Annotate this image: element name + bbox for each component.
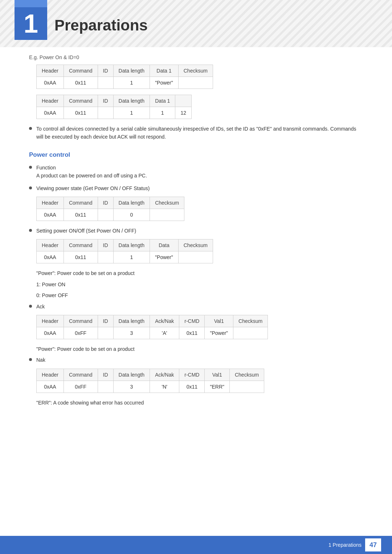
cell-checksum (150, 209, 184, 221)
col-header-id: ID (98, 197, 113, 209)
nak-bullet: Nak (29, 356, 363, 364)
bullet-dot-icon (29, 229, 32, 232)
col-header-datalength: Data length (113, 315, 150, 327)
setting-table: Header Command ID Data length Data Check… (36, 239, 213, 263)
cell-datalength: 3 (113, 327, 150, 339)
example-table2-wrapper: Header Command ID Data length Data 1 0xA… (36, 95, 363, 119)
cell-val1: "Power" (205, 327, 233, 339)
example-table2: Header Command ID Data length Data 1 0xA… (36, 95, 192, 119)
col-header-header: Header (37, 369, 64, 381)
col-header-val1: Val1 (205, 315, 233, 327)
cell-rcmd: 0x11 (179, 327, 205, 339)
function-label: Function A product can be powered on and… (36, 164, 363, 180)
col-header-acknak: Ack/Nak (150, 315, 179, 327)
function-bullet: Function A product can be powered on and… (29, 164, 363, 180)
cell-datalength: 1 (113, 251, 150, 263)
col-header-data1: Data 1 (150, 95, 175, 107)
col-header-header: Header (37, 65, 64, 77)
col-header-id: ID (98, 65, 113, 77)
cell-checksum (233, 327, 268, 339)
col-header-rcmd: r-CMD (179, 315, 205, 327)
col-header-command: Command (64, 65, 98, 77)
col-header-header: Header (37, 95, 64, 107)
table-row: 0xAA 0x11 1 1 12 (37, 107, 192, 119)
example-label: E.g. Power On & ID=0 (29, 54, 363, 60)
chapter-number: 1 (15, 7, 47, 40)
col-header-id: ID (98, 369, 113, 381)
cell-command: 0x11 (64, 107, 98, 119)
cell-rcmd: 0x11 (179, 381, 205, 393)
col-header-command: Command (64, 369, 98, 381)
cell-header: 0xAA (37, 381, 64, 393)
col-header-command: Command (64, 95, 98, 107)
nak-table-wrapper: Header Command ID Data length Ack/Nak r-… (36, 369, 363, 393)
cell-datalength: 3 (113, 381, 150, 393)
cell-datalength: 1 (113, 107, 150, 119)
power-control-heading: Power control (29, 151, 363, 159)
cell-checksum (178, 251, 213, 263)
col-header-id: ID (98, 239, 113, 251)
cell-data1: 1 (150, 107, 175, 119)
setting-table-wrapper: Header Command ID Data length Data Check… (36, 239, 363, 263)
bullet-dot-icon (29, 358, 32, 361)
viewing-label: Viewing power state (Get Power ON / OFF … (36, 184, 363, 192)
cell-checksum (229, 381, 264, 393)
page-footer: 1 Preparations 47 (0, 536, 392, 554)
chapter-title: Preparations (54, 13, 148, 34)
table-row: 0xAA 0x11 1 "Power" (37, 77, 213, 89)
col-header-header: Header (37, 239, 64, 251)
bullet-dot-icon (29, 166, 32, 169)
ack-label: Ack (36, 303, 363, 311)
cell-command: 0x11 (64, 251, 98, 263)
cell-header: 0xAA (37, 77, 64, 89)
ack-table: Header Command ID Data length Ack/Nak r-… (36, 315, 268, 339)
col-header-val1: Val1 (205, 369, 230, 381)
cell-header: 0xAA (37, 209, 64, 221)
setting-label: Setting power ON/Off (Set Power ON / OFF… (36, 227, 363, 235)
col-header-checksum: Checksum (233, 315, 268, 327)
content-area: E.g. Power On & ID=0 Header Command ID D… (0, 47, 392, 431)
cell-command: 0xFF (64, 327, 98, 339)
col-header-data1: Data 1 (150, 65, 179, 77)
cell-command: 0xFF (64, 381, 98, 393)
function-desc: A product can be powered on and off usin… (36, 173, 147, 178)
col-header-command: Command (64, 315, 98, 327)
col-header-checksum: Checksum (150, 197, 184, 209)
example-table1-wrapper: Header Command ID Data length Data 1 Che… (36, 65, 363, 89)
cell-datalength: 0 (113, 209, 150, 221)
nak-note: "ERR": A code showing what error has occ… (36, 399, 363, 407)
col-header-datalength: Data length (113, 95, 150, 107)
power-off: 0: Power OFF (36, 291, 363, 299)
viewing-table-wrapper: Header Command ID Data length Checksum 0… (36, 197, 363, 221)
cell-val1: "ERR" (205, 381, 230, 393)
col-header-datalength: Data length (113, 369, 150, 381)
col-header-checksum: Checksum (178, 65, 213, 77)
col-header-id: ID (98, 95, 113, 107)
cell-id (98, 209, 113, 221)
cell-data: "Power" (150, 251, 179, 263)
col-header-datalength: Data length (113, 239, 150, 251)
cell-acknak: 'A' (150, 327, 179, 339)
cell-id (98, 251, 113, 263)
col-header-datalength: Data length (113, 197, 150, 209)
col-header-checksum: Checksum (178, 239, 213, 251)
power-note: "Power": Power code to be set on a produ… (36, 269, 363, 277)
ack-table-wrapper: Header Command ID Data length Ack/Nak r-… (36, 315, 363, 339)
cell-data1: "Power" (150, 77, 179, 89)
footer-label: 1 Preparations (328, 542, 362, 548)
cell-id (98, 327, 113, 339)
col-header-header: Header (37, 197, 64, 209)
power-on: 1: Power ON (36, 280, 363, 288)
table-row: 0xAA 0xFF 3 'N' 0x11 "ERR" (37, 381, 264, 393)
cell-command: 0x11 (64, 77, 98, 89)
note-bullet: To control all devices connected by a se… (29, 125, 363, 141)
bullet-dot-icon (29, 186, 32, 189)
cell-datalength: 1 (113, 77, 150, 89)
viewing-table: Header Command ID Data length Checksum 0… (36, 197, 184, 221)
cell-header: 0xAA (37, 327, 64, 339)
col-header-data: Data (150, 239, 179, 251)
ack-bullet: Ack (29, 303, 363, 311)
setting-bullet: Setting power ON/Off (Set Power ON / OFF… (29, 227, 363, 235)
cell-command: 0x11 (64, 209, 98, 221)
cell-num: 12 (175, 107, 192, 119)
